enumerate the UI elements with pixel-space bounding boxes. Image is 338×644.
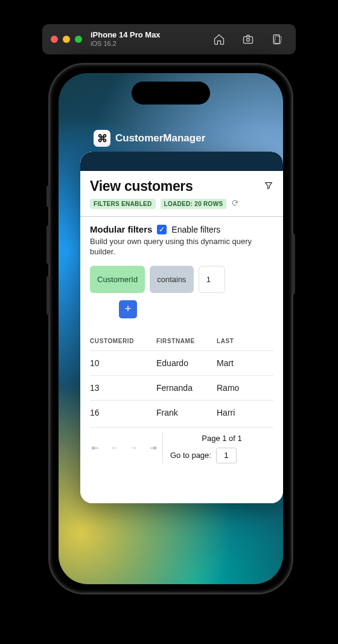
table-header: CUSTOMERID FIRSTNAME LAST (90, 332, 273, 350)
filter-icon[interactable] (264, 181, 273, 193)
filters-enabled-badge: FILTERS ENABLED (90, 199, 156, 209)
volume-up-button[interactable] (46, 225, 50, 264)
device-name: iPhone 14 Pro Max (91, 31, 161, 40)
cell-first: Eduardo (156, 358, 217, 368)
page-info: Page 1 of 1 (170, 433, 273, 448)
svg-rect-0 (244, 37, 253, 43)
side-button[interactable] (292, 234, 295, 294)
cell-first: Fernanda (156, 383, 217, 393)
cell-last: Ramo (217, 383, 277, 393)
simulator-title: iPhone 14 Pro Max iOS 16.2 (91, 31, 161, 48)
cell-id: 13 (90, 383, 156, 393)
goto-page-label: Go to page: (170, 451, 211, 460)
table-row[interactable]: 13 Fernanda Ramo (90, 375, 273, 400)
enable-filters-checkbox[interactable]: ✓ (157, 225, 167, 234)
enable-filters-label: Enable filters (171, 225, 220, 234)
col-firstname[interactable]: FIRSTNAME (156, 338, 217, 344)
last-page-button[interactable]: ⇥ (148, 443, 159, 452)
phone-screen[interactable]: ⌘ CustomerManager View customers FILTERS… (59, 73, 283, 584)
filter-value-input[interactable]: 1 (199, 266, 225, 293)
col-customerid[interactable]: CUSTOMERID (90, 338, 156, 344)
filter-operator-select[interactable]: contains (150, 266, 193, 293)
svg-rect-3 (275, 36, 282, 43)
next-page-button[interactable]: → (129, 443, 139, 452)
divider (80, 216, 283, 217)
customers-table: CUSTOMERID FIRSTNAME LAST 10 Eduardo Mar… (90, 332, 273, 425)
dynamic-island (132, 82, 210, 105)
home-icon[interactable] (209, 29, 229, 50)
screenshot-icon[interactable] (238, 29, 258, 50)
refresh-icon[interactable] (231, 198, 238, 209)
cell-id: 16 (90, 408, 156, 417)
cell-first: Frank (156, 408, 217, 417)
window-traffic-lights[interactable] (51, 36, 82, 43)
simulator-toolbar: iPhone 14 Pro Max iOS 16.2 (42, 24, 296, 54)
modular-filters-heading: Modular filters (90, 224, 152, 234)
page-title: View customers (90, 178, 193, 195)
minimize-window[interactable] (63, 36, 70, 43)
close-window[interactable] (51, 36, 58, 43)
prev-page-button[interactable]: ← (109, 443, 120, 452)
cell-id: 10 (90, 358, 156, 368)
table-row[interactable]: 10 Eduardo Mart (90, 350, 273, 375)
goto-page-input[interactable] (216, 448, 237, 463)
mute-switch[interactable] (46, 185, 50, 207)
col-lastname[interactable]: LAST (217, 338, 277, 344)
filter-column-select[interactable]: CustomerId (90, 266, 145, 293)
cell-last: Harri (217, 408, 277, 417)
app-icon: ⌘ (94, 130, 110, 147)
app-switcher-label: ⌘ CustomerManager (94, 130, 205, 147)
phone-frame: ⌘ CustomerManager View customers FILTERS… (48, 63, 293, 594)
os-version: iOS 16.2 (91, 40, 161, 48)
app-name: CustomerManager (115, 132, 205, 144)
rotate-icon[interactable] (267, 29, 287, 50)
zoom-window[interactable] (75, 36, 82, 43)
table-row[interactable]: 16 Frank Harri (90, 400, 273, 425)
add-filter-button[interactable]: + (119, 300, 137, 318)
volume-down-button[interactable] (46, 276, 50, 315)
app-icon-glyph: ⌘ (97, 132, 107, 145)
card-header-bar (80, 152, 283, 171)
svg-point-1 (247, 38, 250, 41)
pagination: ⇤ ← → ⇥ Page 1 of 1 Go to page: (90, 427, 273, 463)
rows-loaded-badge: LOADED: 20 ROWS (161, 199, 227, 209)
cell-last: Mart (217, 358, 277, 368)
modular-filters-description: Build your own query using this dynamic … (90, 237, 273, 257)
first-page-button[interactable]: ⇤ (90, 443, 101, 452)
app-card[interactable]: View customers FILTERS ENABLED LOADED: 2… (80, 152, 283, 503)
